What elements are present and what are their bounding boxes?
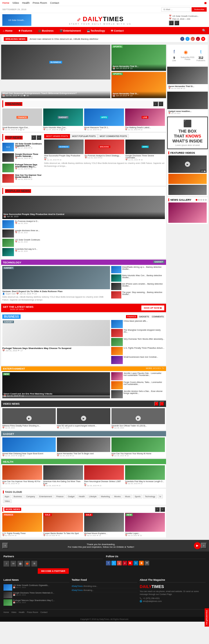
footer-top-prev[interactable]: ‹ (2, 543, 8, 549)
more-news-next[interactable]: › (160, 507, 165, 512)
tech-side-title-4[interactable]: The pope: Stop swearing... Banksy detect… (122, 291, 165, 299)
top-nav-video[interactable]: Video (12, 1, 19, 4)
trending-next[interactable]: › (158, 102, 163, 106)
nav-home[interactable]: ⌂ Home (0, 28, 15, 34)
ent-tab-more[interactable]: MORE (146, 367, 152, 370)
more-news-title-2[interactable]: Cooper Backs Booker To Take His Spot (43, 532, 83, 534)
bs-title-4[interactable]: U.S. Fights Penalty Three Phasellus dict… (124, 347, 165, 355)
footer-play-btn[interactable]: ▶ (194, 542, 201, 549)
newsletter-signup-button[interactable]: SIGN UP NOW ▶ (141, 305, 164, 310)
tab-most-commented[interactable]: MOST COMMENTED POSTS (98, 134, 129, 138)
tag-technology[interactable]: Technology (143, 495, 157, 498)
ent-tab-movies[interactable]: MOVIES (153, 367, 161, 370)
more-news-prev[interactable]: ‹ (155, 507, 160, 512)
ent-main-title[interactable]: Simon Cowell and Jen Eric First Matching… (3, 393, 109, 395)
tag-gadget[interactable]: Gadget (66, 495, 76, 498)
footer-nav-contact[interactable]: Contact (40, 611, 47, 613)
trending-title-1[interactable]: Small Businesses Have Eve... (2, 126, 42, 129)
pt-share-icon[interactable]: p (196, 37, 200, 41)
trending-title-3[interactable]: Movie Massacre Trial Of J... (84, 126, 124, 129)
follow-rss[interactable]: ◉ (139, 561, 144, 565)
top-nav-health[interactable]: Health (22, 1, 30, 4)
tab-most-popular[interactable]: MOST POPULAR POSTS (70, 134, 98, 138)
twitter-link-1[interactable]: #DailyTimes (72, 585, 83, 587)
footer-nav-home[interactable]: Home (3, 611, 9, 613)
follow-gp[interactable]: g (117, 561, 122, 565)
video-title-2[interactable]: How 5G will push a supercharged network.… (57, 425, 110, 427)
fv-play[interactable]: ▶ (185, 162, 190, 167)
nav-business[interactable]: 💼 Business (35, 28, 57, 34)
nav-entertainment[interactable]: 🎬 Entertainment (57, 28, 84, 34)
bs-title-5[interactable]: Small businesses have eve Condnat... (124, 356, 158, 364)
top-news-title-2[interactable]: Google Discloses Three Severe Vulnerab..… (15, 153, 43, 157)
tech-main-title[interactable]: Verizon: Don't Expect Us To Offer A Data… (2, 290, 110, 293)
mv-title-1[interactable]: How Successful People Stay Productive An… (44, 155, 84, 159)
partner-apple[interactable]: 🍎 (24, 561, 30, 567)
follow-fb[interactable]: f (106, 561, 111, 565)
subscribe-button[interactable]: Subscribe (192, 7, 207, 12)
top-news-next[interactable]: › (37, 135, 41, 140)
become-partner-button[interactable]: BECOME A PARTNER (38, 568, 69, 574)
featured-thumb-1-title[interactable]: Aaron Hernandez Trial St... (113, 65, 165, 67)
top-news-title-1[interactable]: US Solar Growth Continues Gigawatts Of P… (15, 143, 43, 147)
tag-tv[interactable]: tv (158, 495, 163, 498)
tag-company[interactable]: Company (24, 495, 37, 498)
sidebar-ad-title-1[interactable]: Aaron Hernandez Trial St... (168, 85, 207, 87)
video-prev[interactable]: ‹ (154, 401, 159, 406)
footer-nav-pressroom[interactable]: Press Room (27, 611, 38, 613)
health-title-2[interactable]: American Kids Are Eating Out More Than E… (43, 480, 83, 484)
health-title-1[interactable]: How Can You Improve Your Money 40 For (2, 480, 42, 482)
tag-music[interactable]: Music (123, 495, 132, 498)
bs-title-3[interactable]: Very Overseas Tech Stocks After absolute… (124, 338, 165, 346)
ent-side-title-3[interactable]: Jennifer Aniston Gets a Star... Esse oli… (124, 390, 165, 398)
popular-title-3[interactable]: US Solar Growth Continues (15, 239, 40, 241)
footer-news-title-2[interactable]: Google Discloses Three Severe Materials … (13, 592, 54, 594)
tag-entertainment[interactable]: Entertainment (37, 495, 54, 498)
featured-thumb-2-title[interactable]: Aaron Hernandez Trial St... (113, 93, 165, 95)
tag-video[interactable]: Video (3, 499, 12, 503)
tech-side-title-2[interactable]: Retro futuristic iMac Con... Banksy dete… (122, 274, 165, 282)
footer-top-next[interactable]: › (201, 543, 207, 549)
video-play-2[interactable]: ▶ (81, 416, 86, 421)
health-title-4[interactable]: Scientists Find Way to Increase Length O… (125, 480, 165, 482)
sidebar-title-2[interactable]: Gadget news headline... (168, 110, 207, 112)
gadget-title-3[interactable]: How Can You Improve Your Money At Home (111, 453, 165, 455)
health-title-3[interactable]: Rare Neurological Disease Strikes LGBT i… (84, 480, 124, 484)
nav-contact[interactable]: ✉ Contact (108, 28, 127, 34)
popular-title-2[interactable]: google discloses three se... (15, 229, 40, 231)
tw-share-icon[interactable]: t (185, 37, 190, 41)
tag-marketing[interactable]: Marketing (99, 495, 112, 498)
top-nav-pressroom[interactable]: Press Room (33, 1, 47, 4)
follow-li[interactable]: in (134, 561, 138, 565)
partner-win[interactable]: ⊞ (31, 561, 37, 567)
follow-pt[interactable]: p (122, 561, 127, 565)
trending-title-4[interactable]: The Walking Dead's Latest... (125, 126, 165, 129)
more-news-title-4[interactable]: Jennifer Lopez... (125, 532, 165, 534)
bs-title-2[interactable]: The Shanghai Composite dropped nearly 4%… (124, 329, 165, 337)
top-nav-contact[interactable]: Contact (50, 1, 59, 4)
tech-side-title-3[interactable]: Are iPhone users smarter... Banksy detec… (122, 283, 165, 290)
gp-share-icon[interactable]: g+ (191, 37, 195, 41)
email-input[interactable] (161, 7, 190, 12)
ent-side-title-1[interactable]: Jennifer Lopez Flaunto Ode... Loremsellu… (124, 372, 165, 380)
nav-search-icon[interactable]: 🔍 (199, 27, 209, 34)
popular-title-1[interactable]: Ex Forensic Analyst to D... (15, 220, 39, 222)
featured-main-title[interactable]: What Can Seasonal Entrepreneurs Teach Mi… (2, 92, 109, 95)
tag-sports[interactable]: Sports (133, 495, 142, 498)
business-tab-gadgets[interactable]: GADGETS (138, 315, 150, 318)
ent-side-title-2[interactable]: Fergie Covers Albums, Talks... Loremsell… (124, 381, 165, 389)
mv-title-3[interactable]: Google Discloses Three Severe Vulnerable… (125, 155, 165, 159)
gadget-title-2[interactable]: Aaron Hernandez Trial Set To Begin next (57, 453, 110, 455)
tag-apps[interactable]: Apps (3, 495, 11, 498)
tag-movies[interactable]: Movies (112, 495, 122, 498)
trending-title-2[interactable]: Retro futuristic iMac Con... (43, 126, 83, 129)
tag-business[interactable]: Business (12, 495, 24, 498)
partner-wp[interactable]: W (10, 561, 16, 567)
follow-yt[interactable]: ▶ (128, 561, 133, 565)
partner-android[interactable]: 🤖 (17, 561, 23, 567)
business-tab-comments[interactable]: COMMENTS (151, 315, 165, 318)
video-next[interactable]: › (160, 401, 164, 406)
follow-em[interactable]: ✉ (145, 561, 149, 565)
top-news-title-3[interactable]: Portugal Telecom Says Shareholders May C… (15, 164, 43, 168)
tag-finance[interactable]: Finance (55, 495, 65, 498)
